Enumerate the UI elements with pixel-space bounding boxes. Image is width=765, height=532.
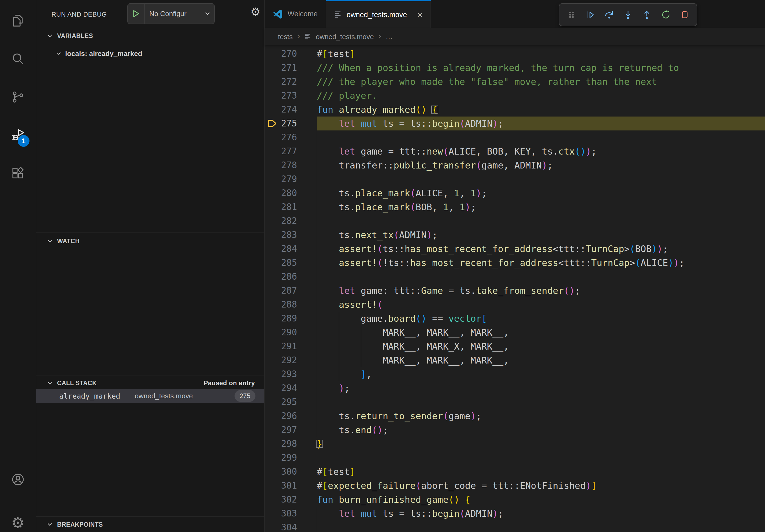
step-over-button[interactable] [604, 9, 615, 20]
gutter[interactable]: 283 [265, 228, 317, 242]
gutter[interactable]: 280 [265, 186, 317, 200]
code-line-274[interactable]: 274fun already_marked() { [265, 103, 765, 117]
close-tab-icon[interactable]: × [417, 10, 422, 19]
gutter[interactable]: 278 [265, 158, 317, 172]
code-line-289[interactable]: 289 game.board() == vector[ [265, 312, 765, 326]
gutter[interactable]: 303 [265, 507, 317, 520]
debug-config-button[interactable]: No Configur [127, 3, 215, 24]
breadcrumb-item-tests[interactable]: tests [278, 33, 293, 41]
gutter[interactable]: 294 [265, 381, 317, 395]
explorer-icon[interactable] [0, 6, 36, 35]
gutter[interactable]: 284 [265, 242, 317, 256]
code-line-296[interactable]: 296 ts.return_to_sender(game); [265, 409, 765, 423]
code-line-291[interactable]: 291 MARK__, MARK_X, MARK__, [265, 339, 765, 353]
code-line-282[interactable]: 282 [265, 214, 765, 228]
code-line-283[interactable]: 283 ts.next_tx(ADMIN); [265, 228, 765, 242]
extensions-icon[interactable] [0, 158, 36, 188]
code-line-300[interactable]: 300#[test] [265, 465, 765, 479]
breadcrumb-item-symbol[interactable]: … [386, 33, 393, 41]
code-line-290[interactable]: 290 MARK__, MARK__, MARK__, [265, 326, 765, 339]
run-and-debug-icon[interactable] [0, 120, 36, 150]
code-line-298[interactable]: 298} [265, 437, 765, 451]
search-icon[interactable] [0, 44, 36, 74]
gutter[interactable]: 288 [265, 298, 317, 312]
code-line-286[interactable]: 286 [265, 270, 765, 284]
code-line-294[interactable]: 294 ); [265, 381, 765, 395]
gutter[interactable]: 271 [265, 61, 317, 75]
code-line-295[interactable]: 295 [265, 395, 765, 409]
breadcrumb-item-file[interactable]: owned_tests.move [316, 33, 374, 41]
code-editor[interactable]: 270#[test]271/// When a position is alre… [265, 45, 765, 532]
gutter[interactable]: 273 [265, 89, 317, 103]
gutter[interactable]: 299 [265, 451, 317, 465]
step-out-button[interactable] [641, 9, 652, 20]
code-line-271[interactable]: 271/// When a position is already marked… [265, 61, 765, 75]
gutter[interactable]: 295 [265, 395, 317, 409]
code-line-299[interactable]: 299 [265, 451, 765, 465]
gutter[interactable]: 274 [265, 103, 317, 117]
toolbar-grip-icon[interactable] [566, 9, 577, 20]
code-line-276[interactable]: 276 [265, 131, 765, 144]
gutter[interactable]: 286 [265, 270, 317, 284]
gutter[interactable]: 290 [265, 326, 317, 339]
code-line-292[interactable]: 292 MARK__, MARK__, MARK__, [265, 353, 765, 367]
gutter[interactable]: 282 [265, 214, 317, 228]
call-stack-frame[interactable]: already_marked owned_tests.move 275 [36, 389, 264, 403]
code-line-301[interactable]: 301#[expected_failure(abort_code = ttt::… [265, 479, 765, 493]
code-line-278[interactable]: 278 transfer::public_transfer(game, ADMI… [265, 158, 765, 172]
gutter-current-line[interactable]: 275 [265, 117, 317, 131]
tab-welcome[interactable]: Welcome [265, 0, 326, 28]
gutter[interactable]: 301 [265, 479, 317, 493]
gutter[interactable]: 300 [265, 465, 317, 479]
variables-scope-locals[interactable]: locals: already_marked [36, 47, 264, 60]
continue-button[interactable] [585, 9, 596, 20]
watch-section-header[interactable]: WATCH [36, 235, 264, 247]
stop-button[interactable] [679, 9, 690, 20]
call-stack-section-header[interactable]: CALL STACK Paused on entry [36, 377, 264, 389]
code-line-273[interactable]: 273/// player. [265, 89, 765, 103]
step-into-button[interactable] [622, 9, 634, 20]
restart-button[interactable] [660, 9, 671, 20]
gutter[interactable]: 296 [265, 409, 317, 423]
gutter[interactable]: 270 [265, 47, 317, 61]
account-icon[interactable] [0, 465, 36, 494]
code-line-285[interactable]: 285 assert!(!ts::has_most_recent_for_add… [265, 256, 765, 270]
code-line-304[interactable]: 304 [265, 520, 765, 532]
code-line-279[interactable]: 279 [265, 172, 765, 186]
gutter[interactable]: 281 [265, 200, 317, 214]
source-control-icon[interactable] [0, 82, 36, 112]
gutter[interactable]: 276 [265, 131, 317, 144]
gutter[interactable]: 302 [265, 493, 317, 507]
code-line-303[interactable]: 303 let mut ts = ts::begin(ADMIN); [265, 507, 765, 520]
gutter[interactable]: 272 [265, 75, 317, 89]
debug-settings-gear-icon[interactable]: ⚙ [250, 6, 261, 18]
code-line-297[interactable]: 297 ts.end(); [265, 423, 765, 437]
gutter[interactable]: 291 [265, 339, 317, 353]
gutter[interactable]: 298 [265, 437, 317, 451]
debug-config-dropdown[interactable]: No Configur [145, 10, 214, 18]
code-line-288[interactable]: 288 assert!( [265, 298, 765, 312]
gutter[interactable]: 287 [265, 284, 317, 298]
code-line-275[interactable]: 275 let mut ts = ts::begin(ADMIN); [265, 117, 765, 131]
gutter[interactable]: 285 [265, 256, 317, 270]
start-debug-icon[interactable] [128, 4, 145, 24]
code-line-277[interactable]: 277 let game = ttt::new(ALICE, BOB, KEY,… [265, 144, 765, 158]
breakpoints-section-header[interactable]: BREAKPOINTS [36, 519, 264, 530]
code-line-281[interactable]: 281 ts.place_mark(BOB, 1, 1); [265, 200, 765, 214]
gutter[interactable]: 293 [265, 367, 317, 381]
gutter[interactable]: 279 [265, 172, 317, 186]
settings-gear-icon[interactable]: ⚙ [0, 508, 36, 532]
variables-section-header[interactable]: VARIABLES [36, 30, 264, 42]
code-line-272[interactable]: 272/// the player who made the "false" m… [265, 75, 765, 89]
code-line-280[interactable]: 280 ts.place_mark(ALICE, 1, 1); [265, 186, 765, 200]
code-line-284[interactable]: 284 assert!(ts::has_most_recent_for_addr… [265, 242, 765, 256]
gutter[interactable]: 304 [265, 520, 317, 532]
gutter[interactable]: 292 [265, 353, 317, 367]
gutter[interactable]: 289 [265, 312, 317, 326]
gutter[interactable]: 297 [265, 423, 317, 437]
code-line-293[interactable]: 293 ], [265, 367, 765, 381]
tab-owned-tests-move[interactable]: owned_tests.move × [326, 0, 431, 28]
code-line-302[interactable]: 302fun burn_unfinished_game() { [265, 493, 765, 507]
code-line-287[interactable]: 287 let game: ttt::Game = ts.take_from_s… [265, 284, 765, 298]
gutter[interactable]: 277 [265, 144, 317, 158]
